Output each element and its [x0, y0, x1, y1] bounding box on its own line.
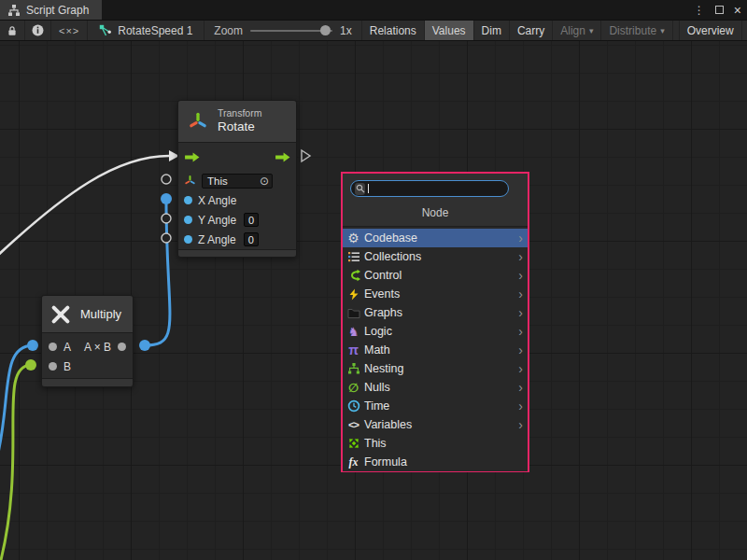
overview-button[interactable]: Overview	[679, 21, 742, 40]
carry-button[interactable]: Carry	[510, 21, 553, 40]
chevron-right-icon: ›	[518, 399, 523, 413]
chevron-right-icon: ›	[518, 306, 523, 319]
finder-list: ⚙ Codebase › Collections ›	[343, 226, 528, 471]
multiply-b-port-indicator[interactable]	[25, 359, 36, 371]
values-button[interactable]: Values	[425, 21, 474, 40]
tab-script-graph[interactable]: Script Graph	[0, 0, 102, 20]
zoom-value: 1x	[340, 24, 352, 37]
fx-icon: fx	[345, 455, 361, 469]
multiply-icon	[49, 303, 72, 326]
multiply-a-port-indicator[interactable]	[27, 340, 38, 351]
breadcrumb-label: RotateSpeed 1	[118, 24, 192, 37]
zoom-slider-handle[interactable]	[320, 25, 331, 35]
lock-icon	[7, 25, 18, 36]
zoom-slider[interactable]	[250, 30, 332, 32]
clock-icon	[345, 399, 361, 413]
flow-out-port-indicator[interactable]	[302, 150, 310, 161]
chevron-right-icon: ›	[518, 250, 523, 263]
move-arrows-icon	[345, 437, 361, 450]
multiply-a-row[interactable]: A A × B	[42, 337, 133, 357]
multiply-node[interactable]: Multiply A A × B B	[41, 295, 134, 387]
rotate-node-header[interactable]: Transform Rotate	[178, 101, 296, 143]
graph-toolbar: <×> RotateSpeed 1 Zoom 1x Relations Valu…	[0, 20, 747, 41]
chevron-down-icon: ▾	[589, 26, 594, 35]
value-port-icon[interactable]	[118, 343, 126, 351]
distribute-button[interactable]: Distribute▾	[601, 21, 672, 40]
search-icon	[355, 183, 365, 195]
transform-axes-icon	[184, 175, 196, 187]
node-title: Multiply	[80, 307, 121, 321]
chevron-right-icon: ›	[518, 287, 523, 301]
object-picker-icon[interactable]: ⊙	[260, 175, 269, 187]
list-icon	[345, 250, 361, 263]
finder-item-collections[interactable]: Collections ›	[343, 247, 528, 266]
search-box[interactable]	[350, 180, 509, 197]
nested-graph-icon	[345, 362, 361, 375]
value-wire-green	[0, 365, 31, 560]
search-input[interactable]	[372, 182, 504, 195]
info-button[interactable]	[25, 21, 51, 40]
z-angle-value-field[interactable]: 0	[244, 232, 259, 246]
finder-item-variables[interactable]: <> Variables ›	[343, 415, 528, 434]
this-object-field[interactable]: This ⊙	[202, 174, 273, 189]
rotate-node[interactable]: Transform Rotate This	[177, 100, 297, 258]
node-footer	[42, 378, 133, 386]
chevron-down-icon: ▾	[660, 26, 665, 35]
gear-icon: ⚙	[345, 231, 361, 245]
value-port-icon[interactable]	[184, 235, 192, 244]
multiply-out-port-indicator[interactable]	[139, 340, 150, 351]
x-angle-port-indicator[interactable]	[161, 193, 172, 204]
rotate-node-body: This ⊙ X Angle Y Angle 0 Z Angle 0	[178, 143, 296, 249]
code-preview-button[interactable]: <×>	[51, 21, 88, 40]
finder-item-graphs[interactable]: Graphs ›	[343, 303, 528, 322]
graph-canvas[interactable]: Transform Rotate This	[0, 41, 747, 560]
finder-item-formula[interactable]: fx Formula	[343, 453, 528, 471]
y-angle-port-indicator[interactable]	[162, 214, 171, 223]
chevron-right-icon: ›	[518, 381, 523, 394]
x-angle-port-row[interactable]: X Angle	[178, 190, 296, 210]
finder-item-nulls[interactable]: ∅ Nulls ›	[343, 378, 528, 397]
tab-label: Script Graph	[26, 4, 89, 17]
chess-knight-icon: ♞	[345, 325, 361, 338]
finder-item-math[interactable]: π Math ›	[343, 341, 528, 359]
finder-item-codebase[interactable]: ⚙ Codebase ›	[343, 229, 528, 247]
value-port-icon[interactable]	[49, 362, 57, 371]
breadcrumb[interactable]: RotateSpeed 1	[88, 21, 204, 40]
y-angle-value-field[interactable]: 0	[244, 213, 259, 227]
branch-icon	[345, 269, 361, 282]
graph-breadcrumb-icon	[99, 24, 112, 37]
this-port-indicator[interactable]	[162, 175, 171, 184]
graph-icon	[7, 4, 21, 17]
maximize-icon[interactable]	[715, 6, 724, 14]
value-port-icon[interactable]	[184, 196, 192, 204]
full-screen-button[interactable]: Full Screen	[742, 21, 747, 40]
node-title: Rotate	[218, 119, 261, 135]
this-port-row[interactable]: This ⊙	[178, 171, 296, 190]
y-angle-port-row[interactable]: Y Angle 0	[178, 210, 296, 230]
zoom-control: Zoom 1x	[204, 21, 361, 40]
multiply-b-row[interactable]: B	[42, 357, 133, 376]
value-port-icon[interactable]	[49, 343, 57, 351]
flow-in-arrow-icon[interactable]	[184, 152, 200, 162]
value-port-icon[interactable]	[184, 216, 192, 224]
finder-item-this[interactable]: This	[343, 434, 528, 453]
lightning-icon	[345, 287, 361, 301]
z-angle-port-indicator[interactable]	[162, 233, 171, 243]
finder-item-control[interactable]: Control ›	[343, 266, 528, 285]
z-angle-port-row[interactable]: Z Angle 0	[178, 230, 296, 249]
close-icon[interactable]: ×	[734, 4, 741, 17]
zoom-label: Zoom	[214, 24, 243, 37]
relations-button[interactable]: Relations	[362, 21, 425, 40]
window-menu-icon[interactable]: ⋮	[694, 5, 705, 16]
finder-item-events[interactable]: Events ›	[343, 285, 528, 303]
dim-button[interactable]: Dim	[474, 21, 510, 40]
align-button[interactable]: Align▾	[553, 21, 601, 40]
finder-item-nesting[interactable]: Nesting ›	[343, 359, 528, 378]
finder-item-time[interactable]: Time ›	[343, 397, 528, 415]
flow-out-arrow-icon[interactable]	[275, 152, 290, 162]
chevron-right-icon: ›	[518, 231, 523, 245]
lock-button[interactable]	[0, 21, 25, 40]
finder-item-logic[interactable]: ♞ Logic ›	[343, 322, 528, 341]
chevron-right-icon: ›	[518, 343, 523, 357]
multiply-node-header[interactable]: Multiply	[42, 296, 133, 333]
